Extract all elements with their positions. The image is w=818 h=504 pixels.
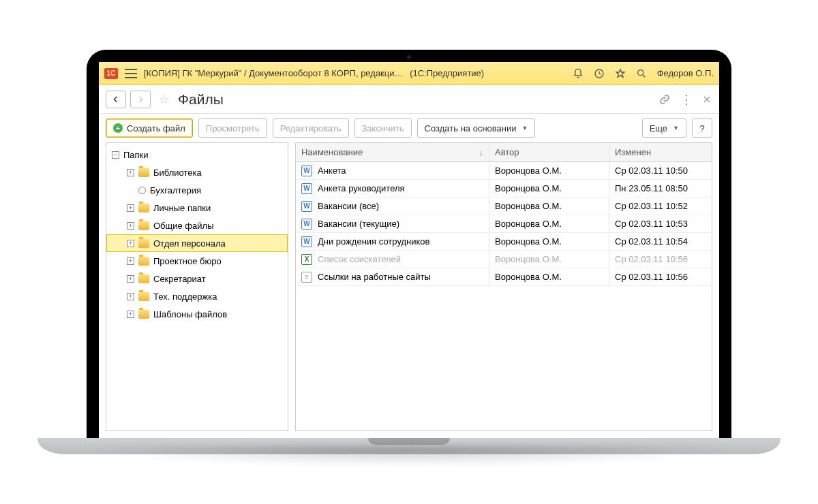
file-date: Пн 23.05.11 08:50 (609, 180, 712, 197)
create-based-button[interactable]: Создать на основании▼ (417, 119, 536, 138)
tree-item[interactable]: Тех. поддержка (106, 287, 288, 305)
user-name[interactable]: Федоров О.П. (657, 68, 714, 78)
table-row[interactable]: XСписок соискателейВоронцова О.М.Ср 02.0… (296, 251, 712, 268)
file-author: Воронцова О.М. (489, 162, 609, 179)
table-header: Наименование↓ Автор Изменен (296, 143, 712, 162)
tree-item-label: Личные папки (153, 203, 211, 213)
tree-item-label: Бухгалтерия (150, 185, 201, 195)
app-title: [КОПИЯ] ГК "Меркурий" / Документооборот … (144, 68, 566, 78)
star-icon[interactable] (615, 67, 626, 79)
file-name: Дни рождения сотрудников (318, 236, 429, 247)
link-icon[interactable] (658, 93, 670, 105)
more-icon[interactable]: ⋮ (680, 93, 691, 105)
col-name[interactable]: Наименование↓ (296, 143, 489, 161)
table-row[interactable]: WДни рождения сотрудниковВоронцова О.М.С… (296, 233, 712, 251)
file-date: Ср 02.03.11 10:54 (609, 233, 712, 250)
search-icon[interactable] (636, 67, 648, 79)
tree-item[interactable]: Личные папки (106, 199, 288, 217)
tree-item[interactable]: Шаблоны файлов (106, 305, 288, 323)
file-author: Воронцова О.М. (489, 180, 609, 197)
close-icon[interactable] (701, 93, 712, 105)
expand-icon[interactable] (127, 293, 134, 300)
tree-item-label: Проектное бюро (153, 256, 222, 266)
folder-icon (138, 257, 149, 266)
expand-icon[interactable] (127, 257, 134, 265)
file-author: Воронцова О.М. (489, 251, 609, 268)
page-header: ☆ Файлы ⋮ (99, 85, 719, 114)
tree-item-label: Отдел персонала (153, 238, 226, 249)
tree-root-label: Папки (123, 150, 149, 160)
more-button[interactable]: Еще▼ (642, 119, 686, 138)
file-name: Список соискателей (318, 254, 401, 264)
table-row[interactable]: WАнкетаВоронцова О.М.Ср 02.03.11 10:50 (296, 162, 712, 180)
tree-item-label: Библиотека (153, 168, 202, 178)
tree-item[interactable]: Бухгалтерия (106, 181, 288, 199)
file-name: Вакансии (текущие) (318, 219, 399, 229)
tree-item-label: Общие файлы (153, 221, 213, 231)
collapse-icon[interactable] (112, 151, 119, 159)
favorite-star-icon[interactable]: ☆ (159, 92, 170, 107)
tree-item-label: Шаблоны файлов (153, 309, 227, 319)
svg-point-1 (638, 69, 643, 75)
word-icon: W (301, 166, 312, 176)
circle-icon (138, 187, 146, 194)
expand-icon[interactable] (127, 222, 134, 230)
tree-item[interactable]: Проектное бюро (106, 252, 288, 270)
help-button[interactable]: ? (692, 119, 712, 138)
file-name: Анкета руководителя (318, 183, 405, 193)
edit-button[interactable]: Редактировать (273, 119, 349, 138)
expand-icon[interactable] (127, 275, 134, 283)
col-author[interactable]: Автор (489, 143, 609, 161)
table-row[interactable]: WВакансии (все)Воронцова О.М.Ср 02.03.11… (296, 198, 712, 215)
tree-item[interactable]: Общие файлы (106, 217, 288, 234)
expand-icon[interactable] (127, 204, 134, 212)
titlebar: 1C [КОПИЯ] ГК "Меркурий" / Документообор… (99, 62, 719, 85)
folder-icon (138, 292, 149, 301)
file-date: Ср 02.03.11 10:53 (609, 215, 712, 232)
file-name: Анкета (318, 166, 346, 176)
view-button[interactable]: Просмотреть (198, 119, 267, 138)
file-author: Воронцова О.М. (489, 268, 609, 285)
word-icon: W (301, 183, 312, 194)
file-name: Ссылки на работные сайты (318, 272, 431, 282)
page-title: Файлы (178, 91, 224, 108)
file-name: Вакансии (все) (318, 201, 379, 211)
expand-icon[interactable] (127, 311, 134, 318)
word-icon: W (301, 201, 312, 212)
file-author: Воронцова О.М. (489, 215, 609, 232)
table-row[interactable]: ≡Ссылки на работные сайтыВоронцова О.М.С… (296, 268, 712, 286)
history-icon[interactable] (594, 67, 605, 79)
forward-button[interactable] (130, 91, 151, 108)
tree-item-label: Секретариат (153, 274, 206, 284)
folder-icon (138, 274, 149, 283)
tree-item[interactable]: Секретариат (106, 270, 288, 287)
create-file-button[interactable]: + Создать файл (106, 119, 193, 138)
folder-icon (138, 168, 149, 177)
file-author: Воронцова О.М. (489, 198, 609, 215)
bell-icon[interactable] (573, 67, 584, 79)
finish-button[interactable]: Закончить (354, 119, 412, 138)
file-author: Воронцова О.М. (489, 233, 609, 250)
tree-root-row[interactable]: Папки (106, 146, 288, 163)
tree-item-label: Тех. поддержка (153, 292, 217, 302)
camera-dot (407, 55, 411, 59)
sort-icon: ↓ (479, 147, 484, 157)
folder-icon (138, 239, 149, 248)
file-date: Ср 02.03.11 10:56 (609, 251, 712, 268)
laptop-base (37, 438, 781, 454)
tree-item[interactable]: Библиотека (106, 163, 288, 181)
folder-icon (138, 221, 149, 230)
menu-icon[interactable] (125, 69, 137, 78)
expand-icon[interactable] (127, 169, 134, 176)
excel-icon: X (301, 254, 312, 265)
col-date[interactable]: Изменен (609, 143, 712, 161)
expand-icon[interactable] (127, 240, 134, 247)
plus-icon: + (113, 123, 123, 133)
table-row[interactable]: WАнкета руководителяВоронцова О.М.Пн 23.… (296, 180, 712, 198)
back-button[interactable] (106, 91, 126, 108)
file-date: Ср 02.03.11 10:50 (609, 162, 712, 179)
table-row[interactable]: WВакансии (текущие)Воронцова О.М.Ср 02.0… (296, 215, 712, 233)
tree-item[interactable]: Отдел персонала (106, 234, 288, 252)
folder-tree: Папки БиблиотекаБухгалтерияЛичные папкиО… (106, 142, 288, 431)
folder-icon (138, 204, 149, 212)
